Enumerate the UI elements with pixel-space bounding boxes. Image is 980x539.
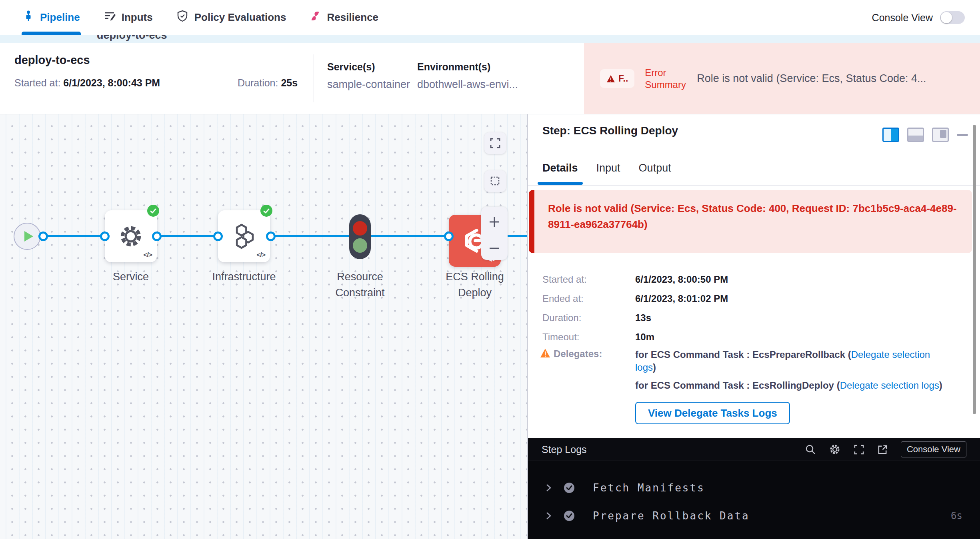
delegate-warning-icon <box>540 348 550 358</box>
field-row: Ended at: 6/1/2023, 8:01:02 PM <box>542 292 728 305</box>
pipeline-name: deploy-to-ecs <box>14 54 90 67</box>
toggle-knob <box>941 12 952 23</box>
start-node <box>14 223 41 250</box>
node-label-infrastructure: Infrastructure <box>204 269 284 285</box>
delegate-selection-logs-link[interactable]: Delegate selection logs <box>840 380 939 391</box>
panel-scrollbar[interactable] <box>973 125 976 414</box>
scrolled-breadcrumb-strip: deploy-to-ecs <box>0 35 980 43</box>
log-section-row[interactable]: Prepare Rollback Data 6s <box>528 510 980 522</box>
field-row: Duration: 13s <box>542 311 728 324</box>
field-label: Ended at: <box>542 292 635 305</box>
node-label-service: Service <box>91 269 171 285</box>
services-value[interactable]: sample-container <box>327 78 410 91</box>
connector <box>371 235 449 237</box>
delegate-entry: for ECS Command Task : EcsPrepareRollbac… <box>635 348 949 374</box>
code-glyph: </> <box>256 251 265 259</box>
logs-search-icon[interactable] <box>805 444 816 455</box>
tab-details[interactable]: Details <box>542 162 578 185</box>
error-summary-text: Role is not valid (Service: Ecs, Status … <box>697 72 980 85</box>
field-row: Timeout: 10m <box>542 331 728 343</box>
zoom-in-icon[interactable] <box>488 216 500 228</box>
hexagons-icon <box>231 223 257 250</box>
success-check-icon <box>563 510 575 522</box>
code-glyph: </> <box>143 251 152 259</box>
connector-port <box>152 232 162 241</box>
tab-resilience-label: Resilience <box>327 11 378 24</box>
zoom-controls <box>481 207 508 260</box>
step-logs-header: Step Logs Console View <box>528 438 980 461</box>
duration-value: 25s <box>281 77 298 88</box>
tab-input[interactable]: Input <box>596 162 620 185</box>
tab-inputs-label: Inputs <box>122 11 153 24</box>
layout-bottom-icon[interactable] <box>907 128 924 142</box>
logs-fullscreen-icon[interactable] <box>854 444 864 455</box>
minimize-panel-icon[interactable] <box>957 134 968 136</box>
chevron-right-icon <box>546 511 552 520</box>
zoom-out-icon[interactable] <box>488 246 500 251</box>
delegates-label: Delegates: <box>554 348 602 359</box>
error-summary-zone: F.. Error Summary Role is not valid (Ser… <box>584 43 980 114</box>
tabbar-divider <box>528 185 980 186</box>
field-label: Duration: <box>542 311 635 324</box>
layout-floating-icon[interactable] <box>932 128 949 142</box>
step-logs-title: Step Logs <box>542 444 587 455</box>
canvas-select-button[interactable] <box>484 170 506 192</box>
step-tabs: Details Input Output <box>542 162 671 185</box>
environments-value[interactable]: dbothwell-aws-envi... <box>417 78 518 91</box>
logs-open-external-icon[interactable] <box>877 444 888 455</box>
tab-pipeline-label: Pipeline <box>40 11 80 24</box>
delegate-task-text: for ECS Command Task : EcsRollingDeploy … <box>635 380 840 391</box>
success-badge <box>147 205 159 217</box>
field-value: 6/1/2023, 8:00:50 PM <box>635 273 728 285</box>
connector <box>271 235 349 237</box>
green-light-icon <box>353 238 367 253</box>
node-infrastructure[interactable]: </> <box>218 210 270 262</box>
gear-icon <box>118 223 144 250</box>
node-resource-constraint[interactable] <box>349 214 371 259</box>
logs-console-view-button[interactable]: Console View <box>901 441 966 457</box>
connector-port <box>213 232 223 241</box>
node-service[interactable]: </> <box>105 210 157 262</box>
layout-right-split-icon[interactable] <box>882 128 899 142</box>
log-section-duration: 6s <box>951 510 962 521</box>
delegate-task-suffix: ) <box>653 362 656 373</box>
tab-pipeline[interactable]: Pipeline <box>22 0 80 35</box>
view-delegate-tasks-logs-button[interactable]: View Delegate Tasks Logs <box>635 402 790 424</box>
environments-column: Environment(s) dbothwell-aws-envi... <box>417 61 518 91</box>
started-at-value: 6/1/2023, 8:00:43 PM <box>63 77 160 88</box>
console-view-toggle[interactable] <box>940 11 965 24</box>
panel-layout-controls <box>882 128 968 142</box>
environments-label: Environment(s) <box>417 61 518 73</box>
warning-triangle-icon <box>606 75 615 83</box>
step-logs-body[interactable]: Fetch Manifests Prepare Rollback Data 6s <box>528 461 980 539</box>
shield-check-icon <box>176 10 189 25</box>
log-section-label: Fetch Manifests <box>593 482 705 494</box>
tab-output[interactable]: Output <box>639 162 671 185</box>
duration-row: Duration: 25s <box>238 77 298 89</box>
delegate-task-text: for ECS Command Task : EcsPrepareRollbac… <box>635 349 851 360</box>
node-label-resource-constraint: Resource Constraint <box>320 269 400 301</box>
step-details-panel: Step: ECS Rolling Deploy Details Input O… <box>527 114 980 539</box>
step-panel-title: Step: ECS Rolling Deploy <box>542 124 678 137</box>
inputs-icon <box>103 10 116 25</box>
pipeline-execution-screen: Pipeline Inputs <box>0 0 980 539</box>
started-at-row: Started at: 6/1/2023, 8:00:43 PM <box>14 77 160 89</box>
status-badge-text: F.. <box>618 73 628 84</box>
connector-port <box>38 232 48 241</box>
delegate-task-suffix: ) <box>939 380 942 391</box>
connector <box>157 235 218 237</box>
canvas-fullscreen-button[interactable] <box>484 132 506 154</box>
success-check-icon <box>563 482 575 494</box>
pipeline-icon <box>22 10 34 25</box>
logs-settings-icon[interactable] <box>829 443 841 455</box>
tab-inputs[interactable]: Inputs <box>103 0 153 35</box>
pipeline-canvas[interactable]: </> Service </> Infrastructure Resource … <box>0 114 527 539</box>
tab-resilience[interactable]: Resilience <box>309 0 378 35</box>
connector-port <box>266 232 276 241</box>
node-label-ecs-rolling-deploy: ECS Rolling Deploy <box>433 269 517 301</box>
tab-policy-evaluations[interactable]: Policy Evaluations <box>176 0 286 35</box>
log-section-row[interactable]: Fetch Manifests <box>528 482 980 494</box>
field-label: Timeout: <box>542 331 635 343</box>
marquee-select-icon <box>490 176 501 187</box>
header-divider <box>314 54 314 102</box>
